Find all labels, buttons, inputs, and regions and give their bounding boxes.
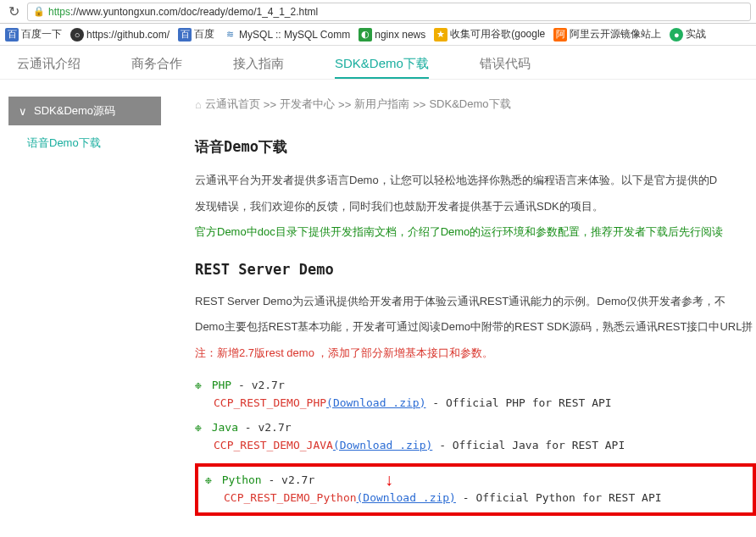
bookmark-shizhan[interactable]: ●实战: [670, 27, 706, 42]
demo-pkg: CCP_REST_DEMO_Python: [224, 491, 357, 504]
bookmark-baidu2[interactable]: 百百度: [178, 27, 214, 42]
bookmark-nginx[interactable]: ◐nginx news: [359, 28, 425, 42]
bookmark-google[interactable]: ★收集可用谷歌(google: [434, 27, 545, 42]
voice-green-note: 官方Demo中doc目录下提供开发指南文档，介绍了Demo的运行环境和参数配置，…: [195, 222, 756, 241]
crumb-home[interactable]: 云通讯首页: [205, 97, 260, 112]
lock-icon: 🔒: [33, 6, 45, 17]
browser-url-bar: ↻ 🔒 https ://www.yuntongxun.com/doc/read…: [0, 0, 756, 24]
url-protocol: https: [48, 6, 70, 18]
breadcrumb: ⌂ 云通讯首页>> 开发者中心>> 新用户指南>> SDK&Demo下载: [195, 97, 756, 112]
demo-sub-java: CCP_REST_DEMO_JAVA(Download .zip) - Offi…: [214, 439, 756, 451]
nav-intro[interactable]: 云通讯介绍: [17, 56, 81, 79]
bookmark-github[interactable]: ○https://github.com/: [70, 28, 170, 42]
demo-lang: Python: [222, 473, 262, 486]
crumb-dev[interactable]: 开发者中心: [280, 97, 335, 112]
voice-para-1: 云通讯平台为开发者提供多语言Demo，让您可以轻松地选择你熟悉的编程语言来体验。…: [195, 170, 756, 191]
top-nav: 云通讯介绍 商务合作 接入指南 SDK&Demo下载 错误代码: [0, 46, 756, 80]
demo-desc: Official PHP for REST API: [446, 396, 612, 409]
demo-lang: PHP: [212, 379, 231, 391]
favicon-nginx: ◐: [359, 28, 372, 42]
favicon-aliyun: 阿: [553, 28, 567, 42]
demo-item-python: ❉ Python - v2.7r: [205, 473, 746, 486]
download-link-python[interactable]: (Download .zip): [357, 491, 456, 504]
download-link-java[interactable]: (Download .zip): [333, 439, 432, 451]
demo-item-java: ❉ Java - v2.7r: [195, 421, 756, 434]
demo-sub-php: CCP_REST_DEMO_PHP(Download .zip) - Offic…: [214, 396, 756, 409]
section-voice-title: 语音Demo下载: [195, 137, 756, 157]
nav-sdk-demo[interactable]: SDK&Demo下载: [335, 56, 429, 79]
sidebar-link-voice-demo[interactable]: 语音Demo下载: [8, 125, 161, 151]
sidebar-heading[interactable]: ∨ SDK&Demo源码: [8, 97, 161, 125]
bookmark-mysql[interactable]: ≋MySQL :: MySQL Comm: [223, 28, 350, 42]
rest-para-1: REST Server Demo为云通讯提供给开发者用于体验云通讯REST通讯能…: [195, 291, 756, 313]
bookmark-aliyun[interactable]: 阿阿里云开源镜像站上: [553, 27, 661, 42]
favicon-360: ●: [670, 28, 683, 42]
section-rest-title: REST Server Demo: [195, 261, 756, 278]
url-input[interactable]: 🔒 https ://www.yuntongxun.com/doc/ready/…: [27, 3, 751, 21]
bookmark-baidu[interactable]: 百百度一下: [5, 27, 62, 42]
favicon-baidu2: 百: [178, 28, 192, 42]
reload-icon[interactable]: ↻: [5, 3, 22, 19]
crumb-guide[interactable]: 新用户指南: [354, 97, 409, 112]
demo-item-php: ❉ PHP - v2.7r: [195, 379, 756, 391]
nav-business[interactable]: 商务合作: [131, 56, 182, 79]
rest-para-2: Demo主要包括REST基本功能，开发者可通过阅读Demo中附带的REST SD…: [195, 317, 756, 338]
bullet-icon: ❉: [195, 379, 202, 391]
rest-red-note: 注：新增2.7版rest demo ，添加了部分新增基本接口和参数。: [195, 343, 756, 363]
demo-pkg: CCP_REST_DEMO_JAVA: [214, 439, 333, 451]
download-link-php[interactable]: (Download .zip): [326, 396, 425, 409]
favicon-mysql: ≋: [223, 28, 236, 42]
favicon-baidu: 百: [5, 28, 19, 42]
favicon-github: ○: [70, 28, 84, 42]
home-icon: ⌂: [195, 98, 202, 111]
demo-sub-python: CCP_REST_DEMO_Python(Download .zip) - Of…: [224, 491, 746, 504]
demo-desc: Official Java for REST API: [453, 439, 625, 451]
demo-desc: Official Python for REST API: [475, 491, 661, 504]
chevron-down-icon: ∨: [19, 105, 27, 118]
voice-para-2: 发现错误，我们欢迎你的反馈，同时我们也鼓励开发者提供基于云通讯SDK的项目。: [195, 197, 756, 218]
nav-guide[interactable]: 接入指南: [233, 56, 284, 79]
bookmarks-bar: 百百度一下 ○https://github.com/ 百百度 ≋MySQL ::…: [0, 24, 756, 46]
nav-errors[interactable]: 错误代码: [480, 56, 531, 79]
bullet-icon: ❉: [205, 473, 212, 486]
demo-pkg: CCP_REST_DEMO_PHP: [214, 396, 326, 409]
arrow-annotation-icon: ↓: [385, 470, 393, 490]
bullet-icon: ❉: [195, 421, 202, 434]
main-content: ⌂ 云通讯首页>> 开发者中心>> 新用户指南>> SDK&Demo下载 语音D…: [170, 80, 756, 533]
crumb-current: SDK&Demo下载: [429, 97, 510, 112]
demo-lang: Java: [212, 421, 238, 434]
highlight-python: ↓ ❉ Python - v2.7r CCP_REST_DEMO_Python(…: [195, 463, 756, 516]
sidebar: ∨ SDK&Demo源码 语音Demo下载: [0, 80, 170, 533]
url-path: ://www.yuntongxun.com/doc/ready/demo/1_4…: [70, 6, 318, 18]
favicon-google: ★: [434, 28, 447, 42]
